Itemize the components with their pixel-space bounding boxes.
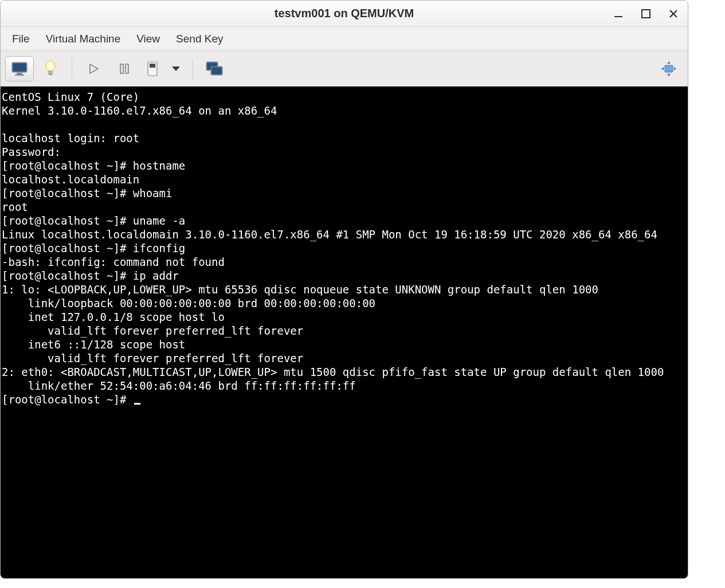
svg-rect-14 — [126, 64, 128, 73]
shutdown-menu-button[interactable] — [166, 56, 186, 81]
details-view-button[interactable] — [36, 56, 65, 81]
cursor — [134, 403, 140, 405]
svg-rect-16 — [150, 64, 155, 68]
run-button[interactable] — [79, 56, 108, 81]
titlebar: testvm001 on QEMU/KVM — [1, 1, 688, 27]
maximize-button[interactable] — [640, 7, 652, 20]
svg-rect-1 — [642, 10, 650, 18]
menu-file[interactable]: File — [6, 30, 36, 48]
close-button[interactable] — [667, 7, 680, 20]
menu-send-key[interactable]: Send Key — [170, 30, 229, 48]
minimize-button[interactable] — [612, 7, 625, 20]
chevron-down-icon — [171, 66, 181, 72]
svg-rect-13 — [120, 64, 123, 73]
monitor-icon — [11, 61, 28, 77]
fullscreen-icon — [661, 61, 677, 77]
svg-marker-12 — [90, 64, 98, 73]
console-view-button[interactable] — [5, 56, 34, 81]
shutdown-icon — [146, 61, 159, 77]
menubar: File Virtual Machine View Send Key — [1, 27, 688, 51]
snapshots-icon — [206, 61, 223, 76]
snapshots-button[interactable] — [200, 56, 229, 81]
svg-rect-21 — [212, 68, 221, 74]
svg-rect-7 — [15, 75, 24, 76]
toolbar-separator — [72, 58, 72, 79]
shutdown-button[interactable] — [141, 56, 164, 81]
svg-marker-23 — [667, 61, 671, 64]
svg-marker-17 — [172, 66, 180, 71]
terminal-output: CentOS Linux 7 (Core) Kernel 3.10.0-1160… — [2, 91, 664, 406]
fullscreen-button[interactable] — [655, 56, 683, 81]
svg-rect-5 — [13, 64, 26, 71]
pause-icon — [119, 62, 130, 75]
guest-console[interactable]: CentOS Linux 7 (Core) Kernel 3.10.0-1160… — [1, 87, 688, 578]
window-controls — [612, 1, 680, 26]
svg-rect-11 — [49, 74, 52, 75]
svg-marker-26 — [674, 67, 676, 70]
svg-rect-10 — [48, 71, 53, 74]
menu-virtual-machine[interactable]: Virtual Machine — [40, 30, 127, 48]
svg-marker-24 — [667, 74, 671, 76]
window-title: testvm001 on QEMU/KVM — [275, 7, 414, 20]
svg-point-9 — [48, 62, 53, 68]
lightbulb-icon — [44, 60, 57, 77]
play-icon — [87, 62, 100, 75]
svg-rect-6 — [17, 73, 22, 75]
toolbar — [1, 51, 688, 87]
toolbar-separator — [193, 58, 193, 79]
menu-view[interactable]: View — [131, 30, 166, 48]
svg-marker-25 — [661, 67, 664, 70]
vm-window: testvm001 on QEMU/KVM File Virtual Machi… — [0, 0, 688, 579]
svg-rect-22 — [665, 65, 673, 72]
svg-rect-0 — [614, 16, 622, 17]
pause-button[interactable] — [110, 56, 139, 81]
